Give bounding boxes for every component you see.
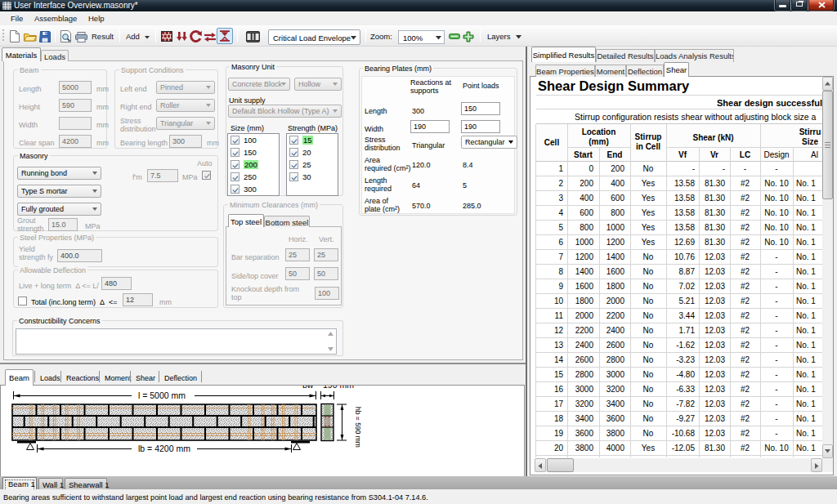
svg-text:lb = 4200 mm: lb = 4200 mm — [138, 444, 190, 453]
svg-text:hb = 590 mm: hb = 590 mm — [354, 407, 362, 448]
svg-text:l = 5000 mm: l = 5000 mm — [138, 390, 186, 400]
svg-text:bw: bw — [302, 386, 314, 390]
svg-text:190 mm: 190 mm — [323, 386, 354, 390]
